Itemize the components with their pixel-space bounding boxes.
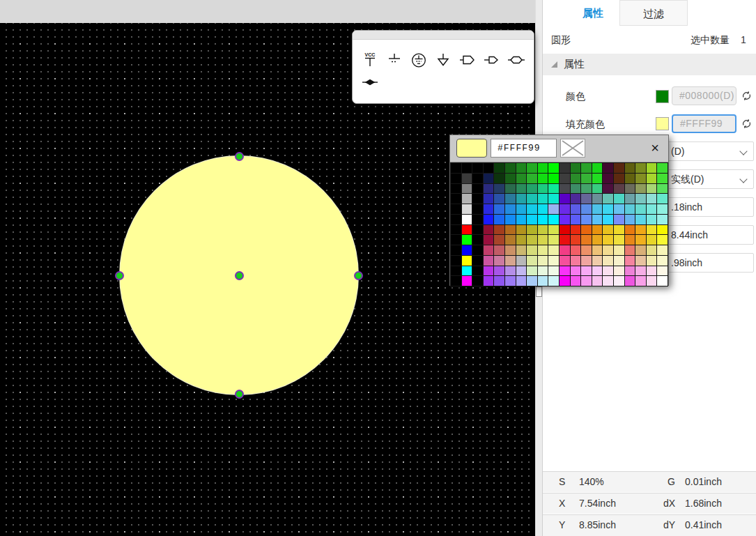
- palette-color[interactable]: [484, 184, 494, 194]
- palette-color[interactable]: [451, 163, 461, 173]
- palette-color[interactable]: [462, 163, 472, 173]
- palette-color[interactable]: [603, 174, 613, 183]
- palette-color[interactable]: [581, 204, 592, 214]
- palette-color[interactable]: [647, 215, 657, 224]
- palette-color[interactable]: [516, 204, 527, 214]
- palette-color[interactable]: [635, 235, 646, 245]
- palette-color[interactable]: [560, 184, 570, 194]
- palette-color[interactable]: [516, 266, 527, 276]
- palette-color[interactable]: [635, 245, 646, 255]
- palette-color[interactable]: [614, 215, 624, 224]
- palette-color[interactable]: [516, 235, 527, 245]
- palette-color[interactable]: [571, 163, 581, 173]
- tab-filter[interactable]: 过滤: [619, 0, 688, 26]
- palette-color[interactable]: [614, 204, 624, 214]
- palette-color[interactable]: [462, 235, 472, 245]
- palette-color[interactable]: [560, 225, 570, 235]
- resize-handle-top[interactable]: [235, 152, 244, 161]
- palette-color[interactable]: [657, 276, 668, 286]
- palette-color[interactable]: [462, 215, 472, 224]
- palette-color[interactable]: [494, 215, 504, 224]
- palette-color[interactable]: [538, 235, 548, 245]
- palette-color[interactable]: [625, 174, 635, 183]
- palette-color[interactable]: [614, 235, 624, 245]
- palette-color[interactable]: [592, 163, 603, 173]
- palette-color[interactable]: [647, 225, 657, 235]
- palette-color[interactable]: [505, 204, 516, 214]
- palette-color[interactable]: [451, 174, 461, 183]
- palette-color[interactable]: [472, 276, 483, 286]
- stroke-color-input[interactable]: #008000(D): [672, 86, 736, 105]
- palette-color[interactable]: [494, 256, 504, 266]
- palette-color[interactable]: [472, 225, 483, 235]
- stroke-color-swatch[interactable]: [656, 90, 669, 103]
- palette-color[interactable]: [484, 204, 494, 214]
- palette-color[interactable]: [614, 266, 624, 276]
- palette-color[interactable]: [472, 184, 483, 194]
- palette-color[interactable]: [592, 245, 603, 255]
- vcc-power-icon[interactable]: VCC: [361, 51, 379, 69]
- palette-color[interactable]: [647, 174, 657, 183]
- palette-color[interactable]: [505, 194, 516, 204]
- palette-color[interactable]: [614, 184, 624, 194]
- palette-color[interactable]: [494, 194, 504, 204]
- palette-color[interactable]: [527, 174, 537, 183]
- palette-color[interactable]: [484, 174, 494, 183]
- palette-color[interactable]: [484, 245, 494, 255]
- dimension-input-x[interactable]: 8.44inch: [660, 225, 754, 245]
- palette-color[interactable]: [548, 184, 559, 194]
- palette-color[interactable]: [484, 266, 494, 276]
- palette-color[interactable]: [462, 276, 472, 286]
- palette-color[interactable]: [581, 256, 592, 266]
- palette-color[interactable]: [603, 235, 613, 245]
- palette-color[interactable]: [527, 184, 537, 194]
- palette-color[interactable]: [647, 235, 657, 245]
- palette-color[interactable]: [484, 235, 494, 245]
- palette-color[interactable]: [538, 266, 548, 276]
- palette-color[interactable]: [592, 194, 603, 204]
- palette-color[interactable]: [548, 174, 559, 183]
- palette-color[interactable]: [560, 174, 570, 183]
- palette-color[interactable]: [516, 256, 527, 266]
- palette-color[interactable]: [516, 225, 527, 235]
- palette-color[interactable]: [647, 256, 657, 266]
- palette-color[interactable]: [472, 194, 483, 204]
- palette-color[interactable]: [548, 266, 559, 276]
- palette-color[interactable]: [647, 184, 657, 194]
- palette-color[interactable]: [625, 276, 635, 286]
- palette-color[interactable]: [516, 245, 527, 255]
- palette-color[interactable]: [484, 276, 494, 286]
- palette-color[interactable]: [635, 276, 646, 286]
- palette-color[interactable]: [451, 245, 461, 255]
- palette-color[interactable]: [571, 245, 581, 255]
- no-color-button[interactable]: [560, 139, 585, 158]
- palette-color[interactable]: [635, 194, 646, 204]
- palette-color[interactable]: [614, 163, 624, 173]
- palette-color[interactable]: [472, 256, 483, 266]
- palette-color[interactable]: [538, 174, 548, 183]
- line-width-select[interactable]: (D): [660, 141, 754, 161]
- palette-color[interactable]: [560, 215, 570, 224]
- palette-color[interactable]: [548, 235, 559, 245]
- palette-color[interactable]: [571, 276, 581, 286]
- palette-color[interactable]: [635, 266, 646, 276]
- palette-color[interactable]: [451, 215, 461, 224]
- line-style-select[interactable]: 实线(D): [660, 169, 754, 189]
- palette-color[interactable]: [451, 256, 461, 266]
- palette-color[interactable]: [451, 194, 461, 204]
- palette-color[interactable]: [657, 204, 668, 214]
- palette-color[interactable]: [494, 174, 504, 183]
- palette-color[interactable]: [657, 174, 668, 183]
- palette-color[interactable]: [484, 215, 494, 224]
- palette-color[interactable]: [472, 235, 483, 245]
- palette-color[interactable]: [603, 194, 613, 204]
- palette-color[interactable]: [560, 194, 570, 204]
- palette-color[interactable]: [538, 276, 548, 286]
- netport-icon[interactable]: [483, 51, 501, 69]
- palette-color[interactable]: [548, 215, 559, 224]
- palette-color[interactable]: [538, 194, 548, 204]
- palette-color[interactable]: [581, 266, 592, 276]
- close-icon[interactable]: ×: [651, 138, 659, 158]
- palette-color[interactable]: [592, 276, 603, 286]
- palette-color[interactable]: [581, 276, 592, 286]
